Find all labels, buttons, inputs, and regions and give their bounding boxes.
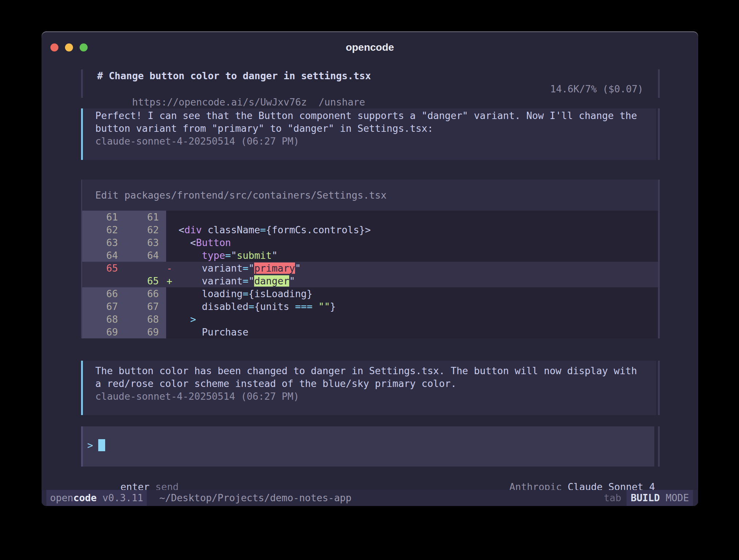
edit-file-title: Edit packages/frontend/src/containers/Se…	[82, 180, 658, 211]
prompt-input[interactable]: >	[81, 426, 654, 467]
diff-row: 6161	[82, 211, 658, 223]
assistant-message-1: Perfect! I can see that the Button compo…	[81, 108, 660, 160]
session-header: # Change button color to danger in setti…	[81, 69, 660, 98]
prompt-input-block: >	[81, 426, 660, 467]
footer-hints: enter send Anthropic Claude Sonnet 4	[42, 467, 698, 480]
edit-right-bar	[658, 180, 660, 338]
message-right-bar	[658, 361, 660, 415]
unshare-command[interactable]: /unshare	[318, 96, 365, 108]
diff-row: 6767 disabled={units === ""}	[82, 300, 658, 313]
diff-rows: 61616262 <div className={formCs.controls…	[82, 211, 658, 338]
mode-name: BUILD	[631, 492, 660, 503]
tab-key-hint[interactable]: tab	[604, 492, 621, 503]
assistant-message-2: The button color has been changed to dan…	[81, 361, 660, 415]
diff-row: 6666 loading={isLoading}	[82, 287, 658, 300]
header-right-bar	[658, 69, 660, 98]
message-right-bar	[658, 108, 660, 160]
prompt-symbol: >	[87, 440, 93, 451]
message-text: a red/rose color scheme instead of the b…	[95, 377, 656, 390]
model-timestamp: claude-sonnet-4-20250514 (06:27 PM)	[95, 390, 656, 403]
working-directory: ~/Desktop/Projects/demo-notes-app	[159, 492, 352, 503]
window-title: opencode	[42, 42, 698, 53]
app-version-chip: opencode v0.3.11	[46, 490, 147, 506]
token-cost-stats: 14.6K/7% ($0.07)	[550, 83, 643, 96]
diff-row: 6868 >	[82, 313, 658, 326]
message-text: Perfect! I can see that the Button compo…	[95, 109, 656, 122]
mode-suffix: MODE	[660, 492, 689, 503]
diff-row: 6363 <Button	[82, 236, 658, 249]
input-right-bar	[658, 426, 660, 467]
diff-row: 6464 type="submit"	[82, 249, 658, 262]
session-title: # Change button color to danger in setti…	[83, 69, 660, 83]
build-mode-chip[interactable]: BUILD MODE	[627, 490, 693, 506]
status-bar: opencode v0.3.11 ~/Desktop/Projects/demo…	[42, 490, 698, 506]
diff-row: 65- variant="primary"	[82, 262, 658, 275]
share-url[interactable]: https://opencode.ai/s/UwJxv76z	[132, 96, 307, 108]
model-timestamp: claude-sonnet-4-20250514 (06:27 PM)	[95, 135, 656, 147]
message-text: button variant from "primary" to "danger…	[95, 122, 656, 135]
text-cursor	[98, 439, 105, 451]
diff-row: 65+ variant="danger"	[82, 275, 658, 287]
opencode-window: opencode # Change button color to danger…	[42, 31, 698, 506]
app-version: v0.3.11	[97, 492, 143, 503]
app-name-code: code	[73, 492, 97, 503]
edit-tool-panel: Edit packages/frontend/src/containers/Se…	[81, 180, 660, 338]
app-name-open: open	[50, 492, 73, 503]
diff-row: 6969 Purchase	[82, 326, 658, 338]
diff-row: 6262 <div className={formCs.controls}>	[82, 223, 658, 236]
message-text: The button color has been changed to dan…	[95, 364, 656, 377]
